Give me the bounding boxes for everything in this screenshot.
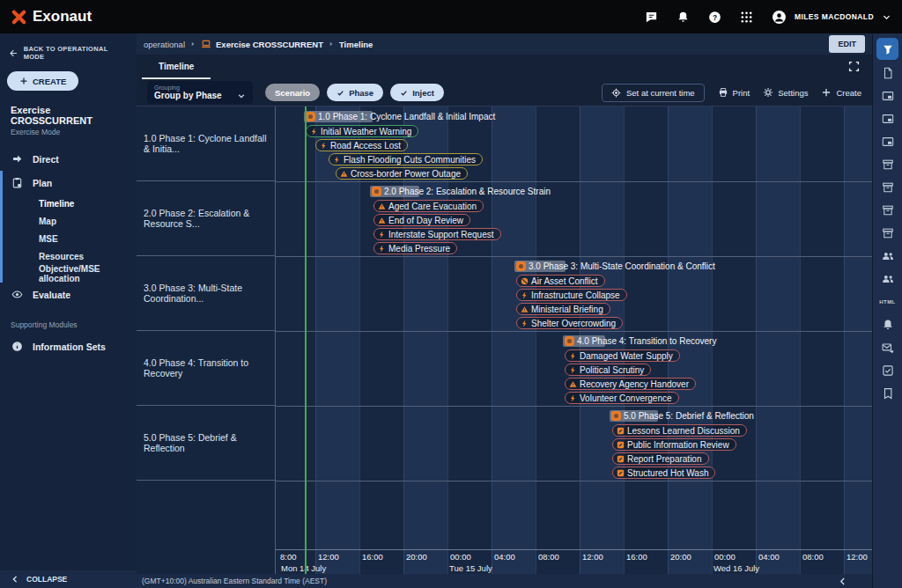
print-button[interactable]: Print <box>718 87 750 98</box>
right-icon-rail: HTML <box>872 33 902 588</box>
rail-pip-button[interactable] <box>876 85 898 106</box>
sidebar-item-plan[interactable]: Plan <box>0 171 137 195</box>
rail-task-button[interactable] <box>876 360 898 380</box>
pip-icon <box>882 136 894 148</box>
rail-book-button[interactable] <box>876 383 898 403</box>
tab-timeline[interactable]: Timeline <box>142 55 211 79</box>
phase-bar[interactable]: 2.0 Phase 2: Escalation & Resource Strai… <box>372 186 551 197</box>
phase-bar[interactable]: 1.0 Phase 1: Cyclone Landfall & Initial … <box>306 111 495 122</box>
time-tick-label: 00:00 <box>714 552 736 562</box>
rail-file-button[interactable] <box>876 62 898 83</box>
fullscreen-icon[interactable] <box>848 61 860 72</box>
create-inject-button[interactable]: Create <box>821 87 861 98</box>
time-tick-label: 8:00 <box>280 552 297 562</box>
rail-collapse-chevron-icon[interactable] <box>838 577 847 586</box>
rail-archive-button[interactable] <box>876 154 898 174</box>
sidebar-item-evaluate[interactable]: Evaluate <box>0 283 137 306</box>
inject-pill-public-information-review[interactable]: Public Information Review <box>612 438 736 451</box>
rail-pip-button[interactable] <box>876 131 898 151</box>
inject-pill-damaged-water-supply[interactable]: Damaged Water Supply <box>565 349 680 362</box>
phase-bar[interactable]: 3.0 Phase 3: Multi-State Coordination & … <box>516 261 715 272</box>
grouping-label: Grouping <box>154 85 246 91</box>
phase-bar[interactable]: 5.0 Phase 5: Debrief & Reflection <box>611 410 754 422</box>
chevron-down-icon <box>882 12 891 22</box>
chip-label: Inject <box>412 88 434 98</box>
sidebar-item-mse[interactable]: MSE <box>0 230 137 247</box>
rail-users-button[interactable] <box>876 268 898 289</box>
sidebar-item-objective-mse-allocation[interactable]: Objective/MSE allocation <box>0 265 137 283</box>
exercise-name: Exercise CROSSCURRENT <box>0 99 137 126</box>
chevron-down-icon <box>237 92 246 100</box>
inject-pill-structured-hot-wash[interactable]: Structured Hot Wash <box>612 467 715 479</box>
inject-pill-end-of-day-review[interactable]: End of Day Review <box>373 214 470 226</box>
inject-pill-volunteer-convergence[interactable]: Volunteer Convergence <box>565 392 679 404</box>
user-name: MILES MACDONALD <box>795 12 874 21</box>
edit-button[interactable]: EDIT <box>829 35 865 53</box>
sidebar-item-timeline[interactable]: Timeline <box>0 195 137 212</box>
grouping-select[interactable]: Grouping Group by Phase <box>147 81 253 104</box>
lightning-icon <box>320 142 328 150</box>
sidebar-item-information-sets[interactable]: Information Sets <box>0 334 137 358</box>
sidebar-item-label: Resources <box>39 252 84 261</box>
inject-pill-cross-border-power-outage[interactable]: Cross-border Power Outage <box>336 167 468 180</box>
supporting-modules-label: Supporting Modules <box>0 306 137 334</box>
row-separator <box>276 406 872 407</box>
message-icon[interactable] <box>645 11 658 24</box>
rail-funnel-button[interactable] <box>876 38 898 60</box>
user-menu[interactable]: MILES MACDONALD <box>772 10 891 25</box>
arrow-left-icon <box>9 48 18 58</box>
sidebar-item-map[interactable]: Map <box>0 212 137 230</box>
phase-bar-label: 4.0 Phase 4: Transition to Recovery <box>577 336 716 346</box>
rail-archive-button[interactable] <box>876 223 898 243</box>
inject-label: Media Pressure <box>388 244 450 254</box>
rail-archive-button[interactable] <box>876 200 898 220</box>
back-to-operational-mode-button[interactable]: BACK TO OPERATIONAL MODE <box>0 39 137 67</box>
inject-pill-shelter-overcrowding[interactable]: Shelter Overcrowding <box>516 317 623 329</box>
rail-pip-button[interactable] <box>876 108 898 129</box>
inject-pill-initial-weather-warning[interactable]: Initial Weather Warning <box>306 125 418 137</box>
archive-icon <box>882 204 894 217</box>
help-icon[interactable]: ? <box>708 11 721 24</box>
inject-pill-aged-care-evacuation[interactable]: Aged Care Evacuation <box>373 200 484 212</box>
sidebar-item-resources[interactable]: Resources <box>0 247 137 265</box>
breadcrumb-exercise[interactable]: Exercise CROSSCURRENT <box>216 40 323 49</box>
timeline-chart: 1.0 Phase 1: Cyclone Landfall & Initia..… <box>137 106 872 574</box>
phase-row-label: 2.0 Phase 2: Escalation & Resource S... <box>137 181 275 256</box>
filter-chip-phase[interactable]: Phase <box>327 84 383 101</box>
rail-html-button[interactable]: HTML <box>876 291 898 312</box>
inject-pill-road-access-lost[interactable]: Road Access Lost <box>315 139 408 151</box>
set-at-current-time-button[interactable]: Set at current time <box>602 84 705 102</box>
grouping-value: Group by Phase <box>154 91 222 100</box>
filter-chip-inject[interactable]: Inject <box>390 84 444 101</box>
grid-apps-icon[interactable] <box>740 11 753 24</box>
inject-pill-media-pressure[interactable]: Media Pressure <box>373 242 457 254</box>
rail-mail-button[interactable] <box>876 337 898 357</box>
time-column <box>756 107 800 574</box>
inject-pill-report-preparation[interactable]: Report Preparation <box>612 452 709 465</box>
time-tick-label: 00:00 <box>450 552 471 562</box>
sidebar-item-direct[interactable]: Direct <box>0 147 137 171</box>
rail-bell-button[interactable] <box>876 314 898 334</box>
inject-pill-infrastructure-collapse[interactable]: Infrastructure Collapse <box>516 289 627 301</box>
rail-users-button[interactable] <box>876 246 898 266</box>
caret-right-icon <box>189 40 196 48</box>
inject-pill-ministerial-briefing[interactable]: Ministerial Briefing <box>516 303 610 315</box>
phase-marker-icon <box>611 411 621 421</box>
rail-archive-button[interactable] <box>876 177 898 197</box>
inject-pill-recovery-agency-handover[interactable]: Recovery Agency Handover <box>565 378 696 390</box>
sidebar-collapse-button[interactable]: COLLAPSE <box>0 570 137 588</box>
create-button[interactable]: CREATE <box>7 71 78 91</box>
inject-label: Lessons Learned Discussion <box>627 426 740 436</box>
bell-icon[interactable] <box>676 11 690 24</box>
file-icon <box>882 67 894 79</box>
settings-button[interactable]: Settings <box>763 87 808 98</box>
inject-pill-air-asset-conflict[interactable]: Air Asset Conflict <box>516 275 605 287</box>
inject-pill-political-scrutiny[interactable]: Political Scrutiny <box>565 364 651 376</box>
breadcrumb-operational[interactable]: operational <box>144 40 185 49</box>
inject-label: Damaged Water Supply <box>580 351 673 361</box>
inject-pill-flash-flooding-cuts-communities[interactable]: Flash Flooding Cuts Communities <box>329 153 483 165</box>
filter-chip-scenario[interactable]: Scenario <box>265 84 320 101</box>
inject-pill-lessons-learned-discussion[interactable]: Lessons Learned Discussion <box>612 424 747 437</box>
phase-bar[interactable]: 4.0 Phase 4: Transition to Recovery <box>565 335 716 347</box>
inject-pill-interstate-support-request[interactable]: Interstate Support Request <box>373 228 501 240</box>
